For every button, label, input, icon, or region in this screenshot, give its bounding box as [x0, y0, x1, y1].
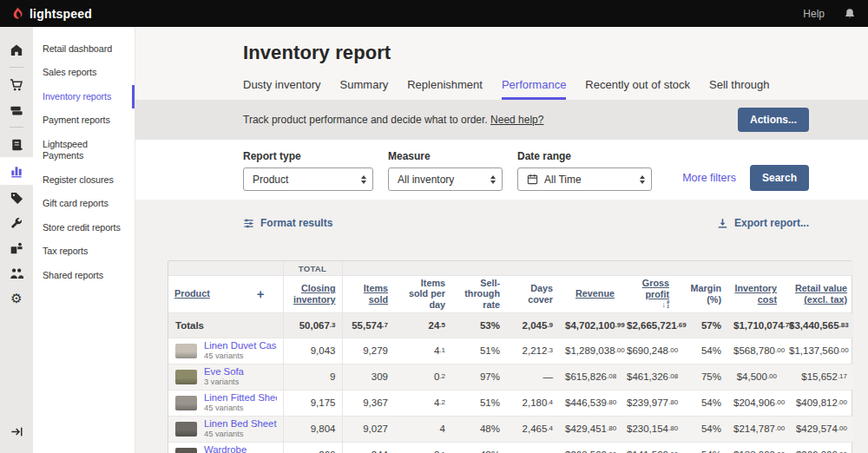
sidebar-item-store-credit-reports[interactable]: Store credit reports	[33, 216, 135, 240]
more-filters-link[interactable]: More filters	[682, 172, 736, 184]
icon-rail: ⚙	[0, 27, 33, 453]
tag-icon[interactable]	[0, 185, 33, 210]
product-link[interactable]: Wardrobe	[204, 444, 247, 453]
date-range-select[interactable]: All Time	[517, 167, 652, 191]
column-header-stack: Inventory cost	[733, 283, 777, 305]
product-link[interactable]: Linen Duvet Case	[204, 340, 277, 351]
report-type-select[interactable]: Product	[243, 167, 373, 191]
column-header-revenue[interactable]: Revenue	[559, 275, 621, 312]
sidebar-item-gift-card-reports[interactable]: Gift card reports	[33, 192, 135, 215]
column-header-product[interactable]: Product+	[168, 275, 283, 312]
search-button[interactable]: Search	[750, 165, 809, 191]
sidebar-item-shared-reports[interactable]: Shared reports	[33, 264, 135, 287]
tab-recently-out-of-stock[interactable]: Recently out of stock	[585, 78, 690, 100]
sort-desc-icon[interactable]: ↓91	[661, 300, 669, 310]
column-label[interactable]: Inventory cost	[733, 283, 777, 305]
tab-sell-through[interactable]: Sell through	[709, 78, 769, 100]
totals-row: Totals50,067.355,574.724.553%2,045.9$4,7…	[168, 312, 853, 338]
product-text: Linen Duvet Case45 variants	[204, 340, 277, 361]
page-title: Inventory report	[243, 42, 809, 64]
tab-summary[interactable]: Summary	[340, 78, 389, 100]
product-link[interactable]: Linen Bed Sheet	[204, 418, 277, 429]
date-range-field: Date range All Time	[517, 150, 652, 191]
table-row: Linen Fitted Sheet45 variants9,1759,3674…	[168, 390, 853, 416]
value-cell: $409,812.00	[783, 390, 853, 416]
product-variants: 45 variants	[204, 404, 277, 413]
column-header-items-sold[interactable]: Items sold	[342, 275, 394, 312]
column-header-inventory-cost[interactable]: Inventory cost	[727, 275, 783, 312]
column-label[interactable]: Items sold	[349, 283, 389, 305]
ledger-icon[interactable]	[0, 132, 33, 157]
value-cell: 2,212.3	[506, 338, 559, 364]
product-cell: Wardrobe45 variants	[168, 442, 283, 453]
total-group-spacer	[727, 261, 783, 275]
customers-icon[interactable]	[0, 260, 33, 286]
column-label[interactable]: Retail value (excl. tax)	[789, 283, 847, 305]
product-info: Linen Duvet Case45 variants	[175, 340, 277, 361]
value-cell: $214,787.00	[727, 416, 783, 442]
column-label[interactable]: Revenue	[575, 288, 615, 299]
value-cell: $133,000.00	[727, 442, 783, 453]
tab-dusty-inventory[interactable]: Dusty inventory	[243, 78, 321, 100]
wrench-icon[interactable]	[0, 210, 33, 235]
total-group-row: TOTAL	[168, 261, 853, 275]
value-cell: 4	[394, 416, 451, 442]
sidebar-item-register-closures[interactable]: Register closures	[33, 168, 135, 192]
sidebar-item-retail-dashboard[interactable]: Retail dashboard	[33, 37, 135, 61]
brand-name: lightspeed	[30, 7, 92, 21]
value-cell: 0.1	[394, 442, 451, 453]
column-label[interactable]: Gross profit	[627, 278, 669, 299]
column-label: Margin (%)	[681, 283, 721, 305]
lightspeed-logo[interactable]: lightspeed	[10, 6, 92, 21]
product-text: Linen Bed Sheet45 variants	[204, 418, 277, 439]
product-variants: 45 variants	[204, 351, 277, 361]
inventory-icon[interactable]	[0, 235, 33, 260]
product-link[interactable]: Eve Sofa	[204, 366, 244, 377]
calendar-icon	[527, 174, 538, 185]
product-header: Product+	[174, 287, 277, 300]
tab-replenishment[interactable]: Replenishment	[407, 78, 483, 100]
value-cell: $461,326.08	[621, 364, 675, 390]
column-header-gross-profit[interactable]: Gross profit↓91	[621, 275, 675, 312]
topbar: lightspeed Help	[0, 0, 868, 27]
home-icon[interactable]	[0, 37, 33, 62]
measure-label: Measure	[388, 150, 503, 162]
value-cell: $446,539.80	[559, 390, 621, 416]
value-cell: $4,500.00	[727, 364, 783, 390]
collapse-icon[interactable]	[0, 419, 33, 444]
sidebar-item-tax-reports[interactable]: Tax reports	[33, 240, 135, 263]
need-help-link[interactable]: Need help?	[490, 114, 543, 126]
value-cell: 51%	[451, 338, 506, 364]
register-icon[interactable]	[0, 97, 33, 122]
value-cell: 75%	[675, 364, 727, 390]
add-column-button[interactable]: +	[257, 287, 265, 300]
reports-icon[interactable]	[0, 157, 33, 185]
value-cell: —	[506, 442, 559, 453]
sidebar-item-payment-reports[interactable]: Payment reports	[33, 108, 135, 132]
performance-table: TOTALProduct+Closing inventoryItems sold…	[168, 260, 852, 453]
totals-value: 2,045.9	[506, 312, 559, 338]
sidebar-item-lightspeed-payments[interactable]: Lightspeed Payments	[33, 133, 135, 168]
product-link[interactable]: Linen Fitted Sheet	[204, 392, 277, 403]
sidebar-item-inventory-reports[interactable]: Inventory reports	[33, 85, 135, 108]
value-cell: —	[506, 364, 559, 390]
tab-performance[interactable]: Performance	[502, 78, 566, 100]
bell-icon[interactable]	[844, 7, 856, 20]
actions-button[interactable]: Actions...	[738, 108, 809, 132]
settings-icon[interactable]: ⚙	[0, 286, 33, 311]
column-label[interactable]: Closing inventory	[290, 283, 336, 305]
measure-select[interactable]: All inventory	[388, 167, 503, 191]
product-info: Linen Bed Sheet45 variants	[175, 418, 277, 439]
value-cell: 309	[342, 364, 394, 390]
column-label[interactable]: Product	[174, 288, 210, 299]
format-results-button[interactable]: Format results	[243, 217, 332, 229]
measure-field: Measure All inventory	[388, 150, 503, 191]
help-link[interactable]: Help	[803, 8, 825, 20]
export-report-button[interactable]: Export report...	[717, 217, 809, 229]
column-header-closing-inventory[interactable]: Closing inventory	[283, 275, 342, 312]
sliders-icon	[243, 218, 254, 229]
sidebar-item-sales-reports[interactable]: Sales reports	[33, 61, 135, 84]
rail-divider	[10, 67, 23, 68]
cart-icon[interactable]	[0, 72, 33, 97]
column-header-retail-value-excl-tax[interactable]: Retail value (excl. tax)	[783, 275, 853, 312]
